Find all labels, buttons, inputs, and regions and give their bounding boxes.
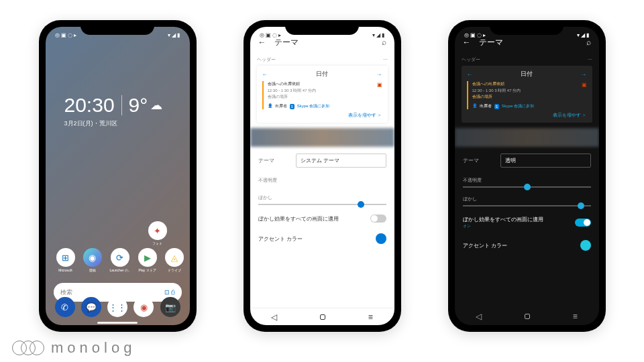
dock-apps[interactable]: ⋮⋮	[107, 297, 127, 317]
blur-slider[interactable]	[258, 204, 386, 205]
temp-value: 9°	[129, 94, 148, 117]
date-location: 3月2日(月)・荒川区	[64, 119, 163, 128]
preview-heading: ヘッダー	[462, 56, 480, 63]
clock-time: 20:30	[64, 94, 115, 117]
blur-all-sub: オン	[463, 223, 543, 229]
search-action-icons[interactable]: ⊡ ⎙	[164, 289, 175, 296]
nav-back-icon[interactable]: ◁	[476, 312, 482, 321]
accent-label: アクセント カラー	[258, 235, 303, 243]
nav-bar-light: ◁ ≡	[250, 308, 394, 325]
wallpaper-strip	[250, 128, 394, 147]
nav-recent-icon[interactable]: ≡	[573, 312, 578, 321]
accent-label: アクセント カラー	[463, 242, 507, 249]
app-photos[interactable]: ✦ フォト	[147, 221, 168, 245]
card-title: 日付	[316, 70, 328, 78]
meeting-time: 12:30 - 1:30 3 時間 47 分内	[472, 88, 587, 95]
preview-heading: ヘッダー	[257, 56, 276, 63]
blur-all-label: ぼかし効果をすべての画面に適用	[258, 215, 339, 223]
dock-phone[interactable]: ✆	[55, 297, 75, 317]
theme-dropdown[interactable]: システム テーマ	[296, 154, 386, 168]
app-play[interactable]: ▶Play ストア	[138, 248, 157, 272]
wallpaper-icon: ◉	[83, 248, 102, 267]
drive-icon: ◬	[165, 248, 184, 267]
accent-swatch[interactable]	[376, 233, 386, 244]
office-icon: ▣	[377, 81, 382, 90]
phone-home: ◎ ▣ ◌ ▸ ▾ ◢ ▮ 20:30 9° ☁ 3月2日(月)・荒川区	[39, 20, 197, 332]
show-more[interactable]: 表示を増やす ＞	[262, 112, 382, 119]
card-title: 日付	[521, 70, 533, 78]
dock: ✆💬⋮⋮◉📷	[55, 297, 180, 317]
blur-label: ぼかし	[463, 196, 591, 202]
more-icon[interactable]: ⋯	[588, 57, 592, 62]
skype-link[interactable]: Skype 会議に参加	[502, 103, 534, 110]
attendee-label: 出席者	[480, 103, 492, 110]
app-microsoft[interactable]: ⊞Microsoft	[56, 248, 75, 272]
meeting-title: 会議への出席依頼	[472, 81, 587, 88]
wallpaper-strip	[455, 128, 599, 147]
notch	[490, 20, 564, 35]
divider	[121, 95, 122, 115]
dock-chrome[interactable]: ◉	[133, 297, 154, 317]
meeting-time: 12:30 - 1:30 3 時間 47 分内	[268, 88, 382, 95]
clock-widget[interactable]: 20:30 9° ☁ 3月2日(月)・荒川区	[64, 94, 163, 128]
brand: monolog	[12, 339, 136, 357]
blur-slider[interactable]	[463, 205, 591, 206]
opacity-slider[interactable]	[463, 186, 591, 188]
preview-card: ← 日付 → ▣ 会議への出席依頼 12:30 - 1:30 3 時間 47 分…	[462, 66, 592, 123]
blur-all-toggle[interactable]	[370, 215, 386, 223]
theme-label: テーマ	[258, 157, 290, 164]
brand-logo-icon	[12, 341, 44, 355]
meeting-place: 会議の場所	[268, 94, 382, 101]
play-icon: ▶	[138, 248, 157, 267]
more-icon[interactable]: ⋯	[383, 57, 388, 62]
nav-recent-icon[interactable]: ≡	[368, 312, 373, 322]
app-wallpaper[interactable]: ◉壁紙	[83, 248, 102, 272]
dock-messages[interactable]: 💬	[81, 297, 101, 317]
opacity-label: 不透明度	[463, 177, 591, 184]
person-icon: 👤	[472, 103, 477, 110]
office-icon: ▣	[582, 81, 587, 90]
skype-link[interactable]: Skype 会議に参加	[297, 103, 329, 110]
skype-icon: S	[290, 104, 294, 109]
search-placeholder: 検索	[60, 288, 72, 297]
phone-theme-light: ◎ ▣ ◌ ▸ ▾ ◢ ▮ ← テーマ ⌕ ヘッダー ⋯	[244, 20, 401, 332]
blur-all-label: ぼかし効果をすべての画面に適用	[463, 216, 543, 223]
weather-cloud-icon: ☁	[150, 98, 162, 113]
nav-home-icon[interactable]	[320, 314, 325, 320]
blur-label: ぼかし	[258, 194, 386, 201]
theme-label: テーマ	[463, 157, 495, 164]
blur-all-toggle[interactable]	[575, 219, 591, 227]
microsoft-icon: ⊞	[56, 248, 75, 267]
preview-card: ← 日付 → ▣ 会議への出席依頼 12:30 - 1:30 3 時間 47 分…	[257, 66, 388, 123]
person-icon: 👤	[268, 103, 272, 110]
chevron-left-icon[interactable]: ←	[467, 71, 473, 78]
notch	[80, 20, 154, 35]
chevron-right-icon[interactable]: →	[581, 71, 587, 78]
nav-back-icon[interactable]: ◁	[271, 312, 277, 322]
nav-home-icon[interactable]	[525, 314, 530, 319]
show-more[interactable]: 表示を増やす ＞	[467, 112, 587, 119]
nav-bar-dark: ◁ ≡	[455, 308, 599, 325]
app-drive[interactable]: ◬ドライブ	[165, 248, 184, 272]
meeting-title: 会議への出席依頼	[268, 81, 382, 88]
attendee-label: 出席者	[275, 103, 287, 110]
meeting-place: 会議の場所	[472, 94, 587, 101]
phone-theme-dark: ◎ ▣ ◌ ▸ ▾ ◢ ▮ ← テーマ ⌕ ヘッダー ⋯	[448, 20, 606, 332]
chevron-left-icon[interactable]: ←	[262, 71, 268, 78]
launcher-icon: ⟳	[111, 248, 129, 267]
app-launcher[interactable]: ⟳Launcher の..	[110, 248, 130, 272]
notch	[285, 20, 359, 35]
skype-icon: S	[494, 104, 499, 109]
nav-home-pill[interactable]	[97, 322, 138, 324]
chevron-right-icon[interactable]: →	[376, 71, 382, 78]
dock-camera[interactable]: 📷	[160, 297, 180, 317]
brand-name: monolog	[51, 339, 136, 357]
opacity-label: 不透明度	[258, 177, 386, 184]
theme-dropdown[interactable]: 透明	[500, 154, 591, 168]
accent-swatch[interactable]	[580, 240, 591, 251]
